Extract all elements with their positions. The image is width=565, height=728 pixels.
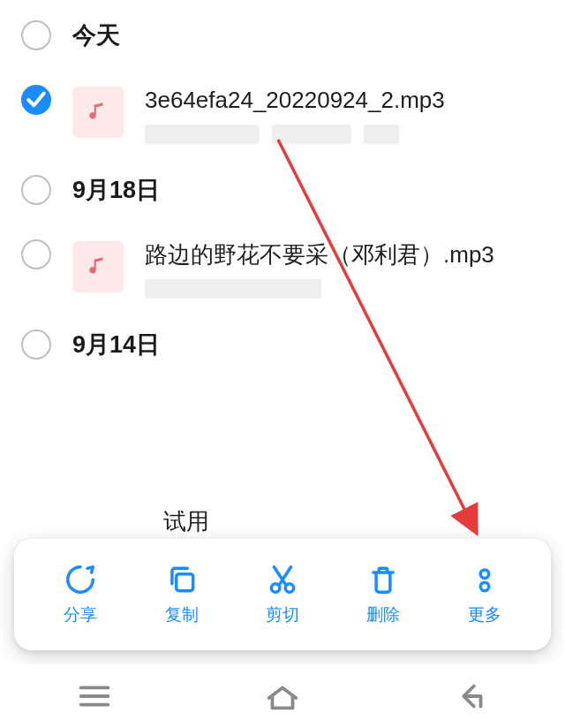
music-icon (72, 241, 124, 292)
file-row-2[interactable]: 路边的野花不要采（邓利君）.mp3 (0, 225, 565, 309)
menu-icon (74, 676, 115, 717)
cut-button[interactable]: 剪切 (247, 563, 318, 626)
more-icon (468, 563, 501, 596)
nav-home-button[interactable] (262, 676, 303, 717)
checkbox-checked[interactable] (21, 85, 51, 115)
date-label: 今天 (72, 19, 120, 51)
check-icon (23, 87, 49, 113)
nav-menu-button[interactable] (74, 676, 115, 717)
cut-icon (266, 563, 299, 596)
date-header-today[interactable]: 今天 (0, 0, 565, 71)
action-label: 分享 (64, 603, 97, 626)
more-button[interactable]: 更多 (449, 563, 520, 626)
svg-point-3 (480, 570, 489, 579)
svg-point-4 (480, 582, 489, 591)
svg-rect-0 (176, 574, 192, 591)
music-icon (72, 87, 124, 138)
checkbox-unchecked[interactable] (21, 20, 51, 50)
back-icon (450, 676, 491, 717)
share-button[interactable]: 分享 (45, 563, 116, 626)
date-header-sep18[interactable]: 9月18日 (0, 155, 565, 225)
nav-back-button[interactable] (450, 676, 491, 717)
file-meta (145, 125, 544, 148)
clipped-file-name: 试用 (163, 506, 209, 537)
date-header-sep14[interactable]: 9月14日 (0, 309, 565, 380)
file-meta (145, 279, 544, 302)
delete-icon (366, 563, 400, 596)
file-name: 3e64efa24_20220924_2.mp3 (145, 85, 544, 116)
action-panel: 分享 复制 剪切 删除 更多 (14, 539, 551, 650)
action-label: 复制 (165, 603, 199, 626)
date-label: 9月14日 (72, 329, 160, 360)
delete-button[interactable]: 删除 (348, 563, 418, 626)
date-label: 9月18日 (72, 174, 160, 206)
file-row-1[interactable]: 3e64efa24_20220924_2.mp3 (0, 71, 565, 155)
system-nav-bar (0, 664, 565, 728)
action-label: 剪切 (266, 603, 299, 626)
checkbox-unchecked[interactable] (21, 175, 51, 205)
file-name: 路边的野花不要采（邓利君）.mp3 (145, 239, 544, 270)
home-icon (262, 676, 303, 717)
action-label: 删除 (366, 603, 400, 626)
copy-icon (165, 563, 199, 596)
action-label: 更多 (468, 603, 501, 626)
checkbox-unchecked[interactable] (21, 239, 51, 269)
copy-button[interactable]: 复制 (147, 563, 217, 626)
share-icon (64, 563, 97, 596)
checkbox-unchecked[interactable] (21, 330, 51, 360)
